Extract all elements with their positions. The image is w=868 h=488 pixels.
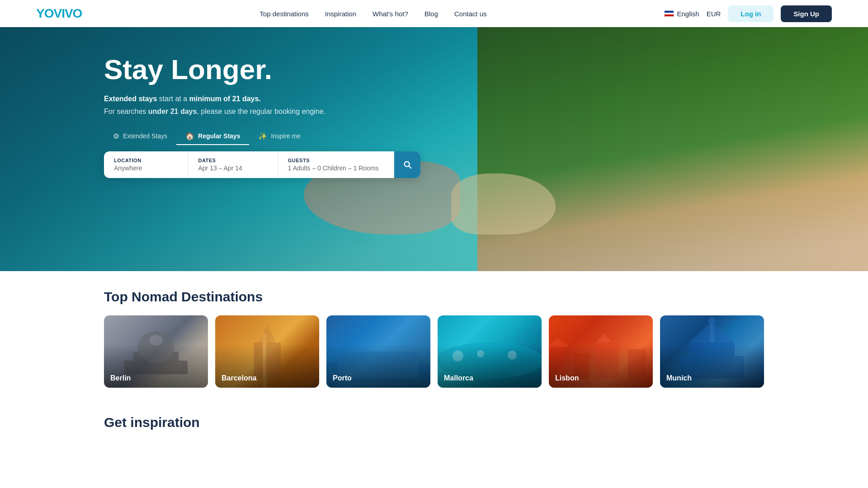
lisbon-label: Lisbon <box>555 374 579 382</box>
logo[interactable]: YOVIVO <box>36 6 82 21</box>
nav-whats-hot[interactable]: What's hot? <box>373 10 408 18</box>
hero-subtitle-2: For searches under 21 days, please use t… <box>104 108 868 116</box>
guests-value: 1 Adults – 0 Children – 1 Rooms <box>288 164 384 172</box>
inspire-me-icon: ✨ <box>258 132 267 141</box>
regular-stays-icon: 🏠 <box>185 132 194 141</box>
hero-subtitle-1: Extended stays start at a minimum of 21 … <box>104 93 868 105</box>
header: YOVIVO Top destinations Inspiration What… <box>0 0 868 27</box>
header-right: English EUR Log in Sign Up <box>664 5 832 22</box>
tab-regular-stays-label: Regular Stays <box>198 132 240 140</box>
destination-porto[interactable]: Porto <box>326 315 430 388</box>
location-field[interactable]: Location Anywhere <box>104 151 188 178</box>
destination-mallorca[interactable]: Mallorca <box>438 315 542 388</box>
tab-extended-stays[interactable]: ⚙ Extended Stays <box>104 128 176 145</box>
nav-top-destinations[interactable]: Top destinations <box>259 10 308 18</box>
inspiration-title: Get inspiration <box>104 415 764 430</box>
location-value: Anywhere <box>114 164 178 172</box>
tab-extended-stays-label: Extended Stays <box>123 132 167 140</box>
mallorca-label: Mallorca <box>444 374 473 382</box>
tab-inspire-me[interactable]: ✨ Inspire me <box>249 128 309 145</box>
language-label: English <box>677 10 699 18</box>
porto-label: Porto <box>333 374 352 382</box>
destination-lisbon[interactable]: Lisbon <box>549 315 653 388</box>
destinations-grid: Berlin Barcelona Porto <box>104 315 764 388</box>
dates-value: Apr 13 – Apr 14 <box>198 164 267 172</box>
location-label: Location <box>114 158 178 163</box>
main-nav: Top destinations Inspiration What's hot?… <box>259 10 486 18</box>
dates-field[interactable]: Dates Apr 13 – Apr 14 <box>188 151 278 178</box>
nav-inspiration[interactable]: Inspiration <box>325 10 356 18</box>
login-button[interactable]: Log in <box>728 5 774 22</box>
guests-label: Guests <box>288 158 384 163</box>
logo-accent: VIVO <box>53 6 82 20</box>
tab-inspire-me-label: Inspire me <box>271 132 300 140</box>
extended-stays-icon: ⚙ <box>113 132 119 141</box>
destination-barcelona[interactable]: Barcelona <box>215 315 319 388</box>
search-tabs: ⚙ Extended Stays 🏠 Regular Stays ✨ Inspi… <box>104 128 868 145</box>
destinations-section: Top Nomad Destinations Berlin <box>0 271 868 406</box>
signup-button[interactable]: Sign Up <box>781 5 832 22</box>
dates-label: Dates <box>198 158 267 163</box>
inspiration-section: Get inspiration <box>0 406 868 459</box>
destination-munich[interactable]: Munich <box>660 315 764 388</box>
munich-label: Munich <box>666 374 692 382</box>
destinations-title: Top Nomad Destinations <box>104 289 764 305</box>
destination-berlin[interactable]: Berlin <box>104 315 208 388</box>
barcelona-label: Barcelona <box>222 374 256 382</box>
berlin-label: Berlin <box>110 374 131 382</box>
tab-regular-stays[interactable]: 🏠 Regular Stays <box>176 128 249 145</box>
currency-selector[interactable]: EUR <box>707 10 721 18</box>
search-icon <box>402 160 412 169</box>
hero-section: Stay Longer. Extended stays start at a m… <box>0 27 868 271</box>
hero-content: Stay Longer. Extended stays start at a m… <box>0 27 868 178</box>
nav-contact[interactable]: Contact us <box>454 10 487 18</box>
guests-field[interactable]: Guests 1 Adults – 0 Children – 1 Rooms <box>278 151 394 178</box>
hero-title: Stay Longer. <box>104 54 868 85</box>
language-selector[interactable]: English <box>664 10 699 18</box>
nav-blog[interactable]: Blog <box>425 10 438 18</box>
search-bar: Location Anywhere Dates Apr 13 – Apr 14 … <box>104 151 420 178</box>
logo-text: YO <box>36 6 53 20</box>
search-button[interactable] <box>394 151 420 178</box>
